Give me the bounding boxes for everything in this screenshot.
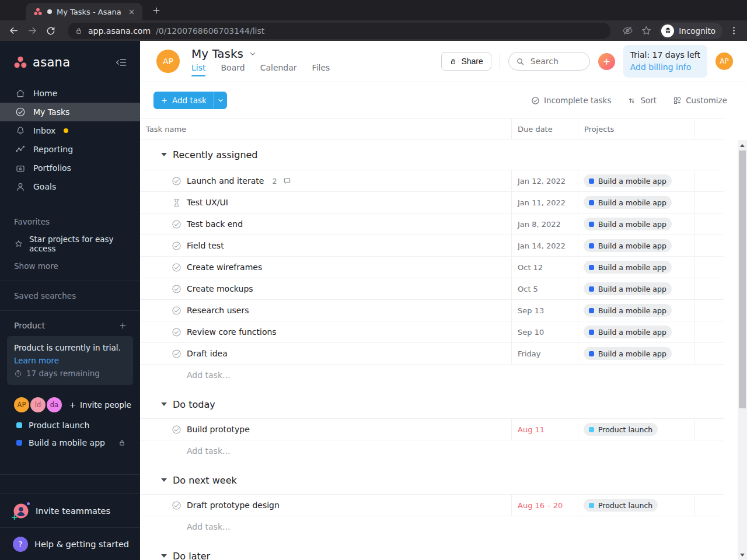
due-date[interactable]: Jan 14, 2022 (511, 235, 578, 256)
task-name[interactable]: Build prototype (187, 425, 250, 434)
task-row[interactable]: Launch and iterate2Jan 12, 2022Build a m… (140, 170, 724, 191)
sidebar-item-home[interactable]: Home (0, 84, 140, 103)
back-icon[interactable] (6, 23, 21, 38)
browser-tab[interactable]: My Tasks - Asana (26, 3, 142, 20)
task-name[interactable]: Research users (187, 306, 249, 315)
scroll-up-icon[interactable] (738, 141, 747, 149)
complete-check-icon[interactable] (172, 219, 181, 229)
scrollbar[interactable] (738, 140, 747, 560)
section-header-do-next-week[interactable]: Do next week (140, 466, 724, 494)
avatar[interactable]: da (47, 397, 62, 412)
filter-button[interactable]: Incomplete tasks (531, 96, 611, 105)
chevron-down-icon[interactable] (249, 50, 257, 58)
task-name[interactable]: Launch and iterate (187, 176, 264, 186)
search-input[interactable] (529, 56, 583, 66)
due-date[interactable]: Oct 12 (511, 257, 578, 278)
sidebar-item-reporting[interactable]: Reporting (0, 140, 140, 159)
customize-button[interactable]: Customize (673, 96, 727, 105)
eye-off-icon[interactable] (620, 23, 635, 38)
project-tag[interactable]: Build a mobile app (584, 347, 672, 360)
project-tag[interactable]: Build a mobile app (584, 218, 672, 230)
browser-menu-icon[interactable] (726, 23, 741, 38)
add-task-row[interactable]: Add task... (140, 440, 724, 461)
invite-people-button[interactable]: Invite people (69, 400, 131, 410)
task-name[interactable]: Create mockups (187, 284, 253, 293)
collapse-arrow-icon[interactable] (161, 478, 167, 482)
project-tag[interactable]: Build a mobile app (584, 304, 672, 317)
new-tab-button[interactable] (148, 2, 165, 19)
add-task-row[interactable]: Add task... (140, 516, 724, 537)
project-tag[interactable]: Build a mobile app (584, 239, 672, 252)
section-header-do-later[interactable]: Do later (140, 542, 724, 560)
tab-close-icon[interactable] (126, 6, 137, 17)
sidebar-item-portfolios[interactable]: Portfolios (0, 159, 140, 177)
learn-more-link[interactable]: Learn more (14, 354, 126, 367)
asana-logo-icon[interactable] (13, 55, 28, 70)
add-billing-link[interactable]: Add billing info (630, 61, 700, 74)
project-tag[interactable]: Build a mobile app (584, 282, 672, 295)
sidebar-item-goals[interactable]: Goals (0, 177, 140, 196)
project-tag[interactable]: Build a mobile app (584, 174, 672, 187)
task-row[interactable]: Build prototypeAug 11Product launch (140, 418, 724, 440)
sidebar-project-product-launch[interactable]: Product launch (0, 417, 140, 433)
complete-check-icon[interactable] (172, 284, 181, 294)
task-row[interactable]: Draft prototype designAug 16 – 20Product… (140, 494, 724, 516)
project-tag[interactable]: Product launch (584, 499, 658, 512)
complete-check-icon[interactable] (172, 176, 181, 186)
collapse-arrow-icon[interactable] (161, 402, 167, 406)
task-name[interactable]: Review core functions (187, 327, 277, 337)
due-date[interactable]: Jan 8, 2022 (511, 214, 578, 235)
scrollbar-thumb[interactable] (739, 150, 746, 408)
due-date[interactable]: Jan 12, 2022 (511, 170, 578, 191)
complete-check-icon[interactable] (172, 349, 181, 359)
team-section-header[interactable]: Product (0, 321, 140, 330)
user-avatar[interactable]: AP (715, 52, 733, 70)
tab-list[interactable]: List (191, 63, 205, 76)
due-date[interactable]: Friday (511, 343, 578, 364)
add-task-button[interactable]: Add task (153, 92, 214, 109)
due-date[interactable]: Aug 16 – 20 (511, 495, 578, 516)
task-row[interactable]: Test back endJan 8, 2022Build a mobile a… (140, 213, 724, 235)
collapse-arrow-icon[interactable] (161, 554, 167, 558)
avatar[interactable]: AP (14, 397, 29, 412)
task-name[interactable]: Field test (187, 241, 224, 250)
project-tag[interactable]: Product launch (584, 423, 658, 436)
section-header-do-today[interactable]: Do today (140, 390, 724, 418)
sidebar-item-my-tasks[interactable]: My Tasks (0, 103, 140, 121)
task-row[interactable]: Field testJan 14, 2022Build a mobile app (140, 235, 724, 256)
help-button[interactable]: ? Help & getting started (0, 527, 140, 560)
scroll-down-icon[interactable] (738, 551, 747, 559)
complete-check-icon[interactable] (172, 425, 181, 435)
due-date[interactable]: Sep 13 (511, 300, 578, 321)
invite-teammates-button[interactable]: + Invite teammates (0, 494, 140, 527)
sidebar-item-inbox[interactable]: Inbox (0, 121, 140, 140)
due-date[interactable]: Aug 11 (511, 419, 578, 440)
url-bar[interactable]: app.asana.com/0/1200768606703144/list (68, 23, 610, 39)
task-name[interactable]: Draft prototype design (187, 501, 280, 510)
share-button[interactable]: Share (441, 52, 491, 71)
show-more-button[interactable]: Show more (0, 261, 140, 271)
complete-check-icon[interactable] (172, 501, 181, 510)
collapse-arrow-icon[interactable] (161, 153, 167, 156)
reload-icon[interactable] (43, 23, 58, 38)
tab-board[interactable]: Board (221, 63, 245, 76)
project-tag[interactable]: Build a mobile app (584, 326, 672, 338)
project-tag[interactable]: Build a mobile app (584, 261, 672, 274)
task-name[interactable]: Test back end (187, 219, 243, 229)
complete-check-icon[interactable] (172, 327, 181, 337)
tab-calendar[interactable]: Calendar (260, 63, 297, 76)
tab-files[interactable]: Files (312, 63, 330, 76)
task-row[interactable]: Test UX/UIJan 11, 2022Build a mobile app (140, 191, 724, 213)
due-date[interactable]: Oct 5 (511, 278, 578, 299)
task-row[interactable]: Review core functionsSep 10Build a mobil… (140, 321, 724, 342)
forward-icon[interactable] (25, 23, 40, 38)
bookmark-star-icon[interactable] (638, 23, 654, 38)
add-task-dropdown-icon[interactable] (214, 92, 227, 109)
add-task-row[interactable]: Add task... (140, 365, 724, 386)
task-name[interactable]: Create wireframes (187, 262, 262, 272)
avatar[interactable]: ld (30, 397, 46, 412)
search-box[interactable] (508, 52, 590, 71)
task-row[interactable]: Create wireframesOct 12Build a mobile ap… (140, 256, 724, 278)
hourglass-icon[interactable] (172, 198, 181, 208)
task-name[interactable]: Test UX/UI (187, 198, 228, 207)
